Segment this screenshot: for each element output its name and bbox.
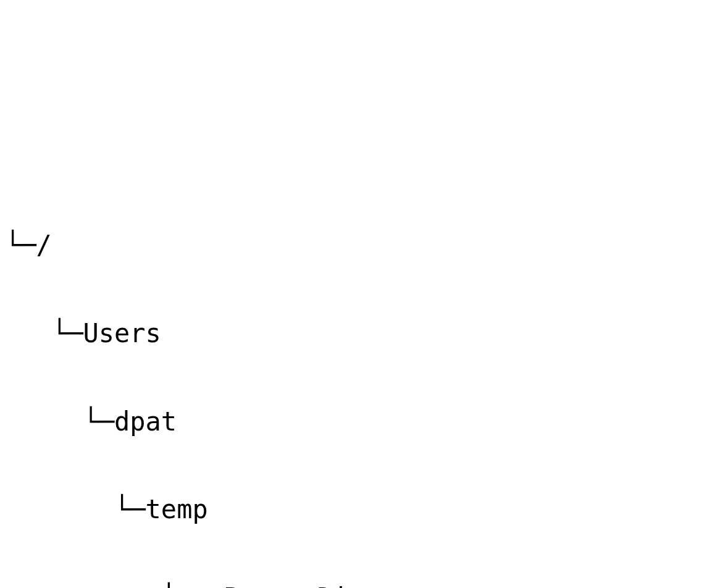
tree-row: └─Users <box>5 311 715 355</box>
directory-tree: └─/ └─Users └─dpat └─temp └── ParentDir … <box>0 177 715 588</box>
tree-prefix: └─ <box>5 494 146 524</box>
tree-row: └─dpat <box>5 400 715 443</box>
tree-node-dir: ParentDir <box>224 582 364 588</box>
tree-prefix: └─ <box>5 230 36 260</box>
tree-prefix: └─ <box>5 318 83 348</box>
tree-row: └── ParentDir <box>5 576 715 588</box>
tree-node-root: / <box>36 230 52 260</box>
tree-node-dir: dpat <box>114 406 177 437</box>
tree-row: └─temp <box>5 487 715 531</box>
tree-prefix: └─ <box>5 406 114 437</box>
tree-row: └─/ <box>5 223 715 267</box>
tree-node-dir: temp <box>146 494 208 524</box>
tree-prefix: └── <box>5 582 224 588</box>
tree-node-dir: Users <box>83 318 161 348</box>
